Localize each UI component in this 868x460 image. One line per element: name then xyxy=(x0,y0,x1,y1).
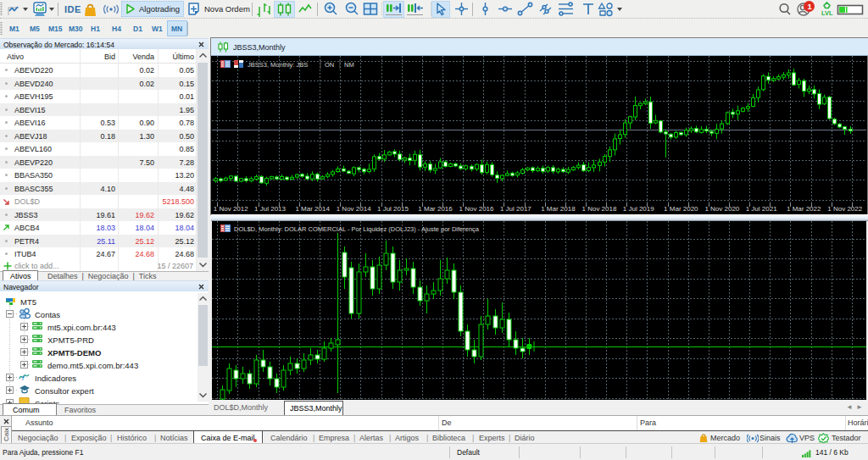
svg-text:1 Jul 2017: 1 Jul 2017 xyxy=(500,205,531,213)
svg-text:1 Mar 2020: 1 Mar 2020 xyxy=(664,205,698,213)
svg-text:IDE: IDE xyxy=(64,4,81,14)
svg-text:ON: ON xyxy=(325,61,334,69)
svg-text:1 Jul 2019: 1 Jul 2019 xyxy=(623,205,654,213)
svg-text:1 Nov 2022: 1 Nov 2022 xyxy=(827,205,862,213)
svg-text:1: 1 xyxy=(808,2,813,11)
svg-text:1 Jul 2015: 1 Jul 2015 xyxy=(377,205,409,213)
svg-text:1 Nov 2012: 1 Nov 2012 xyxy=(214,205,248,213)
svg-text:1 Mar 2018: 1 Mar 2018 xyxy=(541,205,576,213)
svg-text:1 Nov 2020: 1 Nov 2020 xyxy=(704,205,739,213)
svg-text:1 Jul 2021: 1 Jul 2021 xyxy=(746,205,777,213)
svg-text:1 Nov 2014: 1 Nov 2014 xyxy=(337,205,371,213)
svg-text:1 Mar 2022: 1 Mar 2022 xyxy=(787,205,821,213)
svg-text:1 Nov 2018: 1 Nov 2018 xyxy=(582,205,617,213)
svg-text:LVL: LVL xyxy=(821,9,833,17)
svg-text:JBSS3, Monthly: JBS: JBSS3, Monthly: JBS xyxy=(248,61,308,69)
svg-text:DOL$D, Monthly: DOLAR COMERCI: DOL$D, Monthly: DOLAR COMERCIAL - Por Li… xyxy=(234,225,480,233)
svg-text:NM: NM xyxy=(344,61,354,69)
svg-text:1 Jul 2013: 1 Jul 2013 xyxy=(254,205,286,213)
svg-text:1 Nov 2016: 1 Nov 2016 xyxy=(459,205,494,213)
svg-text:1 Mar 2016: 1 Mar 2016 xyxy=(418,205,453,213)
svg-text:1 Mar 2014: 1 Mar 2014 xyxy=(295,205,330,213)
